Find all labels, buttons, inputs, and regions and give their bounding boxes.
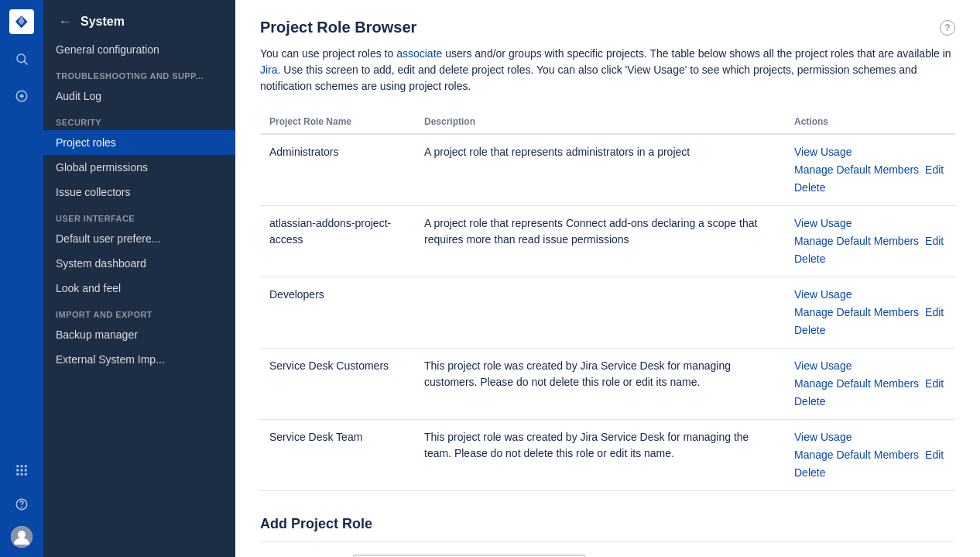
sidebar-header: ← System — [43, 0, 235, 37]
svg-rect-9 — [21, 469, 23, 472]
user-avatar[interactable] — [11, 526, 33, 548]
role-name: Service Desk Customers — [260, 349, 415, 420]
sidebar-item-external-system[interactable]: External System Imp... — [43, 347, 235, 372]
sidebar-item-default-user-prefs[interactable]: Default user prefere... — [43, 226, 235, 251]
edit-link[interactable]: Edit — [925, 447, 944, 463]
role-actions: View Usage Manage Default Members Edit D… — [785, 134, 955, 206]
table-row: Developers View Usage Manage Default Mem… — [260, 277, 955, 349]
manage-default-members-link[interactable]: Manage Default Members — [794, 162, 919, 178]
table-row: Administrators A project role that repre… — [260, 134, 955, 206]
sidebar-item-issue-collectors[interactable]: Issue collectors — [43, 180, 235, 205]
role-actions: View Usage Manage Default Members Edit D… — [785, 420, 955, 491]
svg-point-15 — [22, 507, 22, 507]
search-nav-icon[interactable] — [9, 46, 34, 71]
table-row: Service Desk Team This project role was … — [260, 420, 955, 491]
sidebar-item-global-permissions[interactable]: Global permissions — [43, 155, 235, 180]
jira-link[interactable]: Jira — [260, 64, 278, 76]
role-actions: View Usage Manage Default Members Edit D… — [785, 349, 955, 420]
edit-link[interactable]: Edit — [925, 376, 944, 392]
delete-link[interactable]: Delete — [794, 251, 825, 267]
edit-link[interactable]: Edit — [925, 304, 944, 321]
manage-default-members-link[interactable]: Manage Default Members — [794, 304, 919, 321]
edit-link[interactable]: Edit — [925, 233, 944, 249]
svg-rect-12 — [21, 473, 23, 476]
delete-link[interactable]: Delete — [794, 180, 825, 196]
svg-rect-5 — [16, 465, 19, 467]
roles-table: Project Role Name Description Actions Ad… — [260, 110, 955, 491]
role-description — [415, 277, 785, 349]
manage-default-members-link[interactable]: Manage Default Members — [794, 233, 919, 249]
add-section-title: Add Project Role — [260, 516, 955, 542]
role-description: A project role that represents Connect a… — [415, 206, 785, 277]
delete-link[interactable]: Delete — [794, 322, 825, 339]
page-description: You can use project roles to associate u… — [260, 46, 955, 95]
svg-rect-8 — [16, 469, 19, 472]
view-usage-link[interactable]: View Usage — [794, 358, 852, 374]
view-usage-link[interactable]: View Usage — [794, 287, 852, 303]
col-header-actions: Actions — [785, 110, 955, 134]
svg-line-1 — [24, 61, 27, 64]
sidebar-item-backup-manager[interactable]: Backup manager — [43, 322, 235, 347]
delete-link[interactable]: Delete — [794, 394, 825, 410]
sidebar-section-troubleshooting: TROUBLESHOOTING AND SUPP... — [43, 62, 235, 84]
role-actions: View Usage Manage Default Members Edit D… — [785, 206, 955, 277]
delete-link[interactable]: Delete — [794, 465, 825, 481]
page-title-container: Project Role Browser ? — [260, 19, 955, 36]
sidebar-item-look-and-feel[interactable]: Look and feel — [43, 276, 235, 301]
role-actions: View Usage Manage Default Members Edit D… — [785, 277, 955, 349]
nav-bar — [0, 0, 43, 557]
sidebar-item-general-config[interactable]: General configuration — [43, 37, 235, 62]
sidebar-item-project-roles[interactable]: Project roles — [43, 130, 235, 155]
role-description: A project role that represents administr… — [415, 134, 785, 206]
svg-rect-13 — [25, 473, 27, 476]
view-usage-link[interactable]: View Usage — [794, 429, 852, 445]
edit-link[interactable]: Edit — [925, 162, 944, 178]
apps-nav-icon[interactable] — [9, 458, 34, 483]
sidebar: ← System General configuration TROUBLESH… — [43, 0, 235, 557]
page-title: Project Role Browser — [260, 19, 416, 36]
role-name: Service Desk Team — [260, 420, 415, 491]
role-name: atlassian-addons-project-access — [260, 206, 415, 277]
svg-rect-11 — [16, 473, 19, 476]
app-logo[interactable] — [9, 9, 34, 34]
svg-rect-6 — [21, 465, 23, 467]
sidebar-section-security: SECURITY — [43, 108, 235, 130]
role-description: This project role was created by Jira Se… — [415, 349, 785, 420]
svg-point-0 — [17, 54, 26, 63]
manage-default-members-link[interactable]: Manage Default Members — [794, 447, 919, 463]
manage-default-members-link[interactable]: Manage Default Members — [794, 376, 919, 392]
sidebar-section-user-interface: USER INTERFACE — [43, 205, 235, 226]
col-header-name: Project Role Name — [260, 110, 415, 134]
view-usage-link[interactable]: View Usage — [794, 144, 852, 160]
table-row: atlassian-addons-project-access A projec… — [260, 206, 955, 277]
sidebar-item-system-dashboard[interactable]: System dashboard — [43, 251, 235, 276]
svg-rect-10 — [25, 469, 27, 472]
associate-link[interactable]: associate — [396, 47, 442, 60]
view-usage-link[interactable]: View Usage — [794, 215, 852, 232]
svg-point-17 — [18, 531, 26, 538]
help-icon[interactable]: ? — [940, 20, 955, 36]
help-nav-icon[interactable] — [9, 492, 34, 517]
add-project-role-section: Add Project Role Name Description Add Pr… — [260, 516, 955, 557]
sidebar-back-button[interactable]: ← — [56, 12, 74, 31]
create-nav-icon[interactable] — [9, 84, 34, 108]
col-header-description: Description — [415, 110, 785, 134]
sidebar-title: System — [81, 15, 125, 29]
table-row: Service Desk Customers This project role… — [260, 349, 955, 420]
svg-rect-7 — [25, 465, 27, 467]
sidebar-section-import-export: IMPORT AND EXPORT — [43, 301, 235, 322]
role-description: This project role was created by Jira Se… — [415, 420, 785, 491]
main-content: Project Role Browser ? You can use proje… — [235, 0, 980, 557]
role-name: Developers — [260, 277, 415, 349]
role-name: Administrators — [260, 134, 415, 206]
sidebar-item-audit-log[interactable]: Audit Log — [43, 84, 235, 108]
